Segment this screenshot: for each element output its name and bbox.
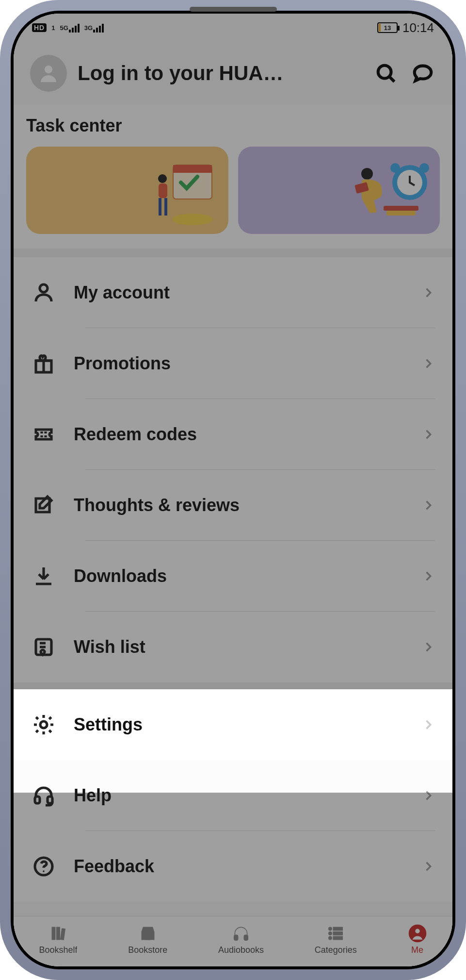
row-my-account[interactable]: My account <box>14 257 452 328</box>
reading-clock-illustration <box>341 153 433 231</box>
svg-rect-26 <box>35 797 40 803</box>
chevron-right-icon <box>421 286 435 299</box>
hd-text: HD <box>34 24 45 32</box>
row-label: Downloads <box>74 566 404 586</box>
person-icon <box>31 280 56 305</box>
search-button[interactable] <box>373 60 399 86</box>
row-label: Wish list <box>74 637 404 657</box>
chevron-right-icon <box>421 569 435 583</box>
help-circle-icon <box>31 854 56 879</box>
nav-label: Bookshelf <box>39 945 77 955</box>
svg-point-13 <box>172 214 213 225</box>
status-right: 13 10:14 <box>353 20 434 35</box>
svg-rect-39 <box>334 927 343 930</box>
chevron-right-icon <box>421 640 435 654</box>
nav-bookshelf[interactable]: Bookshelf <box>39 924 77 955</box>
task-center-section: Task center <box>14 105 452 249</box>
row-label: Help <box>74 785 404 806</box>
signal-2-label: 3G <box>84 24 93 32</box>
nav-me[interactable]: Me <box>408 924 427 955</box>
screen: HD 1 5G 3G <box>14 14 452 966</box>
svg-rect-33 <box>145 935 150 940</box>
chevron-right-icon <box>421 498 435 512</box>
gear-icon <box>31 712 56 737</box>
wishlist-icon <box>31 634 56 660</box>
svg-point-29 <box>43 870 45 872</box>
nav-label: Me <box>411 945 423 955</box>
person-icon <box>37 62 60 85</box>
svg-point-25 <box>40 721 47 728</box>
row-label: Promotions <box>74 353 404 374</box>
calendar-checkin-illustration <box>139 153 222 231</box>
phone-frame: HD 1 5G 3G <box>0 0 466 980</box>
nav-bookstore[interactable]: Bookstore <box>128 924 167 955</box>
phone-earpiece <box>190 7 277 12</box>
nav-audiobooks[interactable]: Audiobooks <box>218 924 264 955</box>
nav-categories[interactable]: Categories <box>315 924 357 955</box>
chevron-right-icon <box>421 357 435 370</box>
svg-rect-8 <box>173 165 212 173</box>
battery-icon: 13 <box>377 22 398 33</box>
status-left: HD 1 5G 3G <box>32 23 118 33</box>
signal-1-label: 5G <box>60 24 68 32</box>
svg-rect-12 <box>164 198 167 216</box>
signal-2: 3G <box>84 23 104 33</box>
list-icon <box>326 924 345 943</box>
row-settings[interactable]: Settings <box>14 689 452 760</box>
hd-badge: HD <box>32 23 47 32</box>
task-card-reading[interactable] <box>238 147 440 234</box>
svg-point-16 <box>390 163 400 173</box>
divider <box>14 682 452 689</box>
svg-point-37 <box>329 932 332 935</box>
signal-1: 5G <box>60 23 79 33</box>
svg-point-6 <box>378 66 391 79</box>
svg-rect-32 <box>61 929 65 940</box>
svg-rect-31 <box>57 927 60 939</box>
search-icon <box>375 62 397 84</box>
login-title[interactable]: Log in to your HUA… <box>78 62 362 85</box>
svg-rect-18 <box>384 206 418 211</box>
svg-rect-34 <box>234 935 238 940</box>
download-icon <box>31 564 56 589</box>
svg-rect-30 <box>52 927 55 939</box>
ticket-icon <box>31 422 56 447</box>
row-label: Thoughts & reviews <box>74 495 404 515</box>
task-center-title: Task center <box>26 116 440 136</box>
headset-icon <box>31 783 56 808</box>
svg-rect-19 <box>386 211 416 216</box>
row-wish-list[interactable]: Wish list <box>14 612 452 682</box>
headphones-icon <box>231 924 251 943</box>
row-promotions[interactable]: Promotions <box>14 328 452 399</box>
row-label: Settings <box>74 714 404 735</box>
person-circle-icon <box>408 924 427 943</box>
svg-point-17 <box>419 163 429 173</box>
row-label: Redeem codes <box>74 424 404 445</box>
chevron-right-icon <box>421 718 435 731</box>
svg-rect-40 <box>334 932 343 935</box>
row-help[interactable]: Help <box>14 760 452 831</box>
avatar[interactable] <box>30 55 67 92</box>
svg-point-36 <box>329 927 332 930</box>
signal-bars-icon <box>93 23 104 33</box>
phone-bezel: HD 1 5G 3G <box>11 11 455 969</box>
row-downloads[interactable]: Downloads <box>14 541 452 612</box>
svg-rect-10 <box>159 183 167 198</box>
task-cards <box>26 147 440 234</box>
svg-rect-35 <box>244 935 248 940</box>
svg-point-22 <box>40 284 48 292</box>
nav-label: Categories <box>315 945 357 955</box>
svg-point-20 <box>361 168 373 180</box>
sim-index: 1 <box>51 24 55 32</box>
svg-rect-11 <box>159 198 161 216</box>
header: Log in to your HUA… <box>14 42 452 105</box>
row-thoughts-reviews[interactable]: Thoughts & reviews <box>14 470 452 541</box>
row-feedback[interactable]: Feedback <box>14 831 452 902</box>
divider <box>14 249 452 257</box>
comments-button[interactable] <box>410 60 436 86</box>
row-redeem-codes[interactable]: Redeem codes <box>14 399 452 470</box>
task-card-checkin[interactable] <box>26 147 228 234</box>
bookshelf-icon <box>48 924 68 943</box>
svg-point-38 <box>329 936 332 939</box>
signal-bars-icon <box>69 23 80 33</box>
clock: 10:14 <box>402 20 434 35</box>
